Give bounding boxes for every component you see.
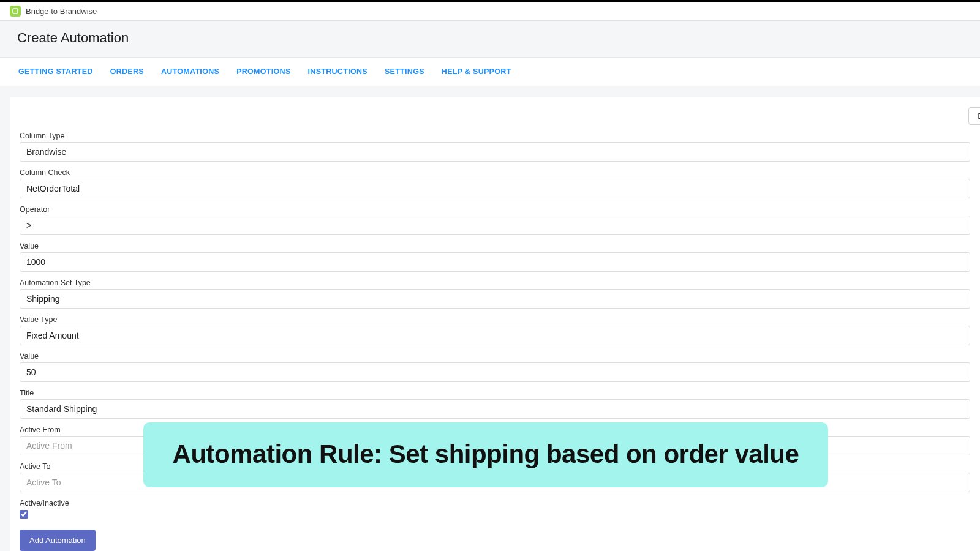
column-check-input[interactable] (20, 179, 970, 198)
add-automation-button[interactable]: Add Automation (20, 530, 96, 551)
nav-getting-started[interactable]: GETTING STARTED (18, 58, 93, 86)
operator-input[interactable] (20, 216, 970, 235)
column-type-input[interactable] (20, 142, 970, 162)
active-inactive-label: Active/Inactive (20, 499, 970, 508)
title-label: Title (20, 389, 970, 397)
app-icon (10, 6, 21, 17)
column-type-label: Column Type (20, 132, 970, 140)
page-title: Create Automation (17, 30, 963, 46)
main-nav: GETTING STARTED ORDERS AUTOMATIONS PROMO… (0, 57, 980, 86)
nav-automations[interactable]: AUTOMATIONS (161, 58, 219, 86)
value2-input[interactable] (20, 362, 970, 382)
nav-promotions[interactable]: PROMOTIONS (236, 58, 290, 86)
value-type-label: Value Type (20, 315, 970, 324)
value1-label: Value (20, 242, 970, 250)
value1-input[interactable] (20, 252, 970, 272)
active-inactive-checkbox[interactable] (20, 510, 28, 519)
value2-label: Value (20, 352, 970, 361)
overlay-caption: Automation Rule: Set shipping based on o… (143, 422, 828, 487)
title-input[interactable] (20, 399, 970, 419)
nav-orders[interactable]: ORDERS (110, 58, 144, 86)
nav-settings[interactable]: SETTINGS (385, 58, 424, 86)
page-header: Create Automation (0, 21, 980, 57)
nav-instructions[interactable]: INSTRUCTIONS (308, 58, 368, 86)
svg-rect-0 (13, 9, 18, 13)
automation-set-type-label: Automation Set Type (20, 279, 970, 287)
app-title: Bridge to Brandwise (26, 7, 97, 16)
operator-label: Operator (20, 205, 970, 214)
app-title-bar: Bridge to Brandwise (0, 2, 980, 21)
column-check-label: Column Check (20, 168, 970, 177)
automation-set-type-input[interactable] (20, 289, 970, 309)
value-type-input[interactable] (20, 326, 970, 345)
top-right-button[interactable]: B (968, 107, 980, 125)
nav-help-support[interactable]: HELP & SUPPORT (442, 58, 511, 86)
